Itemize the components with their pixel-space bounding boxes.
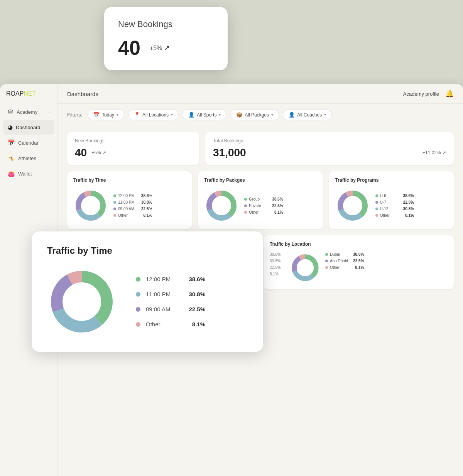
traffic-time-title: Traffic by Time — [73, 177, 186, 183]
chevron-down-icon: ▾ — [271, 113, 273, 117]
floating-bookings-value: 40 — [118, 36, 140, 59]
traffic-location-legend: Dubai 38.6% Abu Dhabi 22.5% Other — [325, 252, 364, 270]
athletes-icon: 🤸 — [8, 155, 15, 162]
new-bookings-bottom: 40 +5% ↗ — [75, 147, 191, 159]
floating-bookings-card: New Bookings 40 +5% ↗ — [104, 7, 228, 70]
traffic-packages-donut — [204, 188, 239, 223]
dot-green — [113, 194, 116, 197]
legend-dot-pink — [136, 322, 140, 327]
legend-row: Other 8.1% — [325, 265, 364, 270]
svg-point-4 — [63, 283, 100, 320]
legend-row: U-6 38.6% — [375, 194, 414, 198]
dot-purple — [113, 208, 116, 210]
sidebar-item-athletes[interactable]: 🤸 Athletes — [3, 151, 54, 165]
svg-point-24 — [297, 260, 314, 276]
trend-up-icon: ↗ — [164, 44, 170, 52]
sidebar-label-dashboard: Dashboard — [16, 125, 41, 130]
dashboard-icon: ◕ — [8, 124, 13, 131]
header-right: Academy profile 🔔 — [403, 89, 454, 98]
chevron-down-icon: ▾ — [219, 113, 221, 117]
traffic-location-title: Traffic by Location — [270, 241, 448, 247]
traffic-location-inner: 38.6% 30.8% 22.5% 8.1% — [270, 252, 448, 283]
total-bookings-change: +11.02% ↗ — [422, 150, 446, 155]
traffic-time-inner: 12:00 PM 38.6% 11:00 PM 30.8% 09:00 AM — [73, 188, 186, 223]
bar-label: 38.6% — [270, 252, 285, 257]
logo-net: NET — [24, 90, 36, 97]
traffic-programs-inner: U-6 38.6% U-7 22.5% U-12 3 — [335, 188, 448, 223]
filter-locations-button[interactable]: 📍 All Locations ▾ — [128, 109, 179, 120]
dot-blue — [375, 208, 378, 210]
legend-row: 09:00 AM 22.5% — [113, 207, 152, 211]
filter-today-label: Today — [102, 112, 114, 118]
legend-row: Group 38.6% — [244, 197, 283, 201]
bar-y-labels: 38.6% 30.8% 22.5% 8.1% — [270, 252, 285, 276]
total-bookings-value: 31,000 — [213, 147, 246, 159]
academy-profile-link[interactable]: Academy profile — [403, 91, 439, 97]
chevron-down-icon: ▾ — [171, 113, 173, 117]
sidebar-label-wallet: Wallet — [18, 171, 32, 177]
notification-bell-icon[interactable]: 🔔 — [445, 89, 454, 98]
legend-dot-purple — [136, 307, 140, 312]
traffic-packages-inner: Group 38.6% Private 22.5% Other — [204, 188, 316, 223]
sidebar-item-academy[interactable]: 🏛 Academy › — [3, 105, 54, 119]
filter-sports-button[interactable]: 👤 All Sports ▾ — [182, 109, 226, 120]
sidebar-label-calendar: Calendar — [18, 140, 39, 146]
header: Dashboards Academy profile 🔔 — [58, 84, 463, 104]
academy-icon: 🏛 — [8, 109, 14, 115]
traffic-programs-donut — [335, 188, 370, 223]
legend-row: Dubai 38.6% — [325, 252, 364, 257]
filter-coaches-button[interactable]: 👤 All Coaches ▾ — [283, 109, 332, 120]
dot-blue — [113, 201, 116, 204]
bar-label: 22.5% — [270, 265, 285, 270]
filters-label: Filters: — [67, 112, 82, 118]
legend-row: Other 8.1% — [244, 210, 283, 214]
floating-donut-chart — [47, 267, 117, 336]
dot-purple — [244, 204, 247, 207]
new-bookings-value: 40 — [75, 147, 87, 159]
chevron-down-icon: ▾ — [117, 113, 118, 117]
sidebar-label-academy: Academy — [17, 109, 37, 115]
legend-item: Other 8.1% — [136, 321, 205, 327]
dot-green — [375, 194, 378, 197]
legend-row: U-12 30.8% — [375, 207, 414, 211]
bar-label: 30.8% — [270, 259, 285, 263]
new-bookings-label: New Bookings — [75, 138, 191, 143]
traffic-by-packages-card: Traffic by Packges Group — [198, 171, 323, 229]
logo: ROAPNET — [0, 84, 57, 105]
legend-item: 09:00 AM 22.5% — [136, 306, 205, 312]
new-bookings-card: New Bookings 40 +5% ↗ — [67, 132, 199, 165]
total-bookings-bottom: 31,000 +11.02% ↗ — [213, 147, 446, 159]
legend-row: 12:00 PM 38.6% — [113, 194, 152, 198]
legend-row: Other 8.1% — [375, 213, 414, 218]
sidebar-label-athletes: Athletes — [18, 155, 36, 161]
filter-today-button[interactable]: 📅 Today ▾ — [88, 109, 124, 120]
breadcrumb: Dashboards — [67, 91, 98, 97]
traffic-programs-title: Traffic by Programs — [335, 177, 448, 183]
legend-row: Abu Dhabi 22.5% — [325, 259, 364, 263]
coaches-filter-icon: 👤 — [289, 112, 295, 118]
sidebar-item-wallet[interactable]: 👛 Wallet — [3, 166, 54, 181]
dot-green — [325, 253, 328, 256]
calendar-icon: 📅 — [8, 139, 15, 146]
sports-filter-icon: 👤 — [188, 112, 194, 118]
filter-packages-button[interactable]: 📦 All Packges ▾ — [230, 109, 279, 120]
traffic-packages-legend: Group 38.6% Private 22.5% Other — [244, 197, 283, 214]
sidebar-item-dashboard[interactable]: ◕ Dashboard — [3, 120, 54, 135]
traffic-packages-title: Traffic by Packges — [204, 177, 316, 183]
new-bookings-change: +5% ↗ — [91, 150, 106, 155]
dot-pink — [375, 214, 378, 217]
sidebar-item-calendar[interactable]: 📅 Calendar — [3, 135, 54, 150]
floating-traffic-card: Traffic by Time 12:00 PM 38.6% 11:00 PM … — [32, 231, 263, 352]
logo-roap: ROAP — [6, 90, 24, 97]
wallet-icon: 👛 — [8, 170, 15, 177]
legend-item: 12:00 PM 38.6% — [136, 276, 205, 282]
location-filter-icon: 📍 — [134, 112, 140, 118]
svg-point-9 — [81, 196, 100, 215]
chevron-right-icon: › — [49, 110, 50, 114]
legend-row: Other 8.1% — [113, 213, 152, 218]
dot-pink — [113, 214, 116, 217]
bar-label: 8.1% — [270, 272, 285, 276]
svg-point-19 — [343, 196, 362, 215]
filters-bar: Filters: 📅 Today ▾ 📍 All Locations ▾ 👤 A… — [58, 104, 463, 126]
dot-purple — [375, 201, 378, 204]
